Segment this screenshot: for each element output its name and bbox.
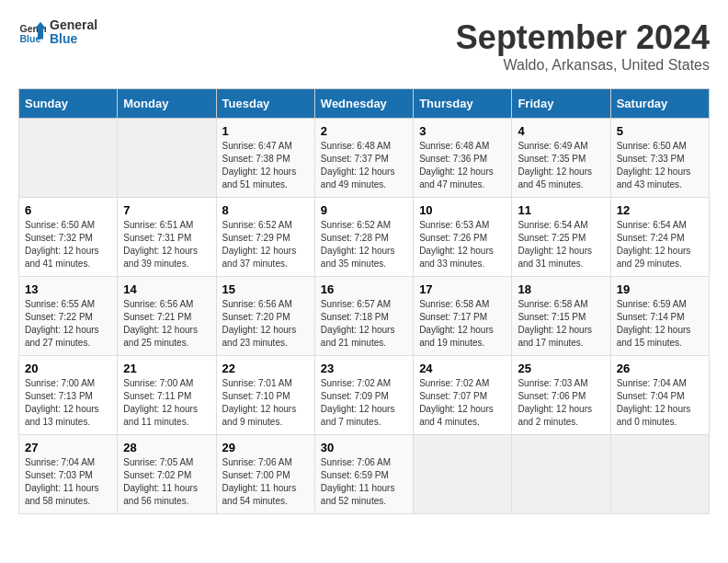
day-info: Sunrise: 7:05 AM Sunset: 7:02 PM Dayligh… xyxy=(123,456,210,508)
table-cell: 4 Sunrise: 6:49 AM Sunset: 7:35 PM Dayli… xyxy=(512,119,610,198)
header-friday: Friday xyxy=(512,89,610,119)
day-info: Sunrise: 7:06 AM Sunset: 7:00 PM Dayligh… xyxy=(222,456,309,508)
day-number: 22 xyxy=(222,362,309,375)
calendar-table: Sunday Monday Tuesday Wednesday Thursday… xyxy=(18,88,710,514)
day-info: Sunrise: 6:47 AM Sunset: 7:38 PM Dayligh… xyxy=(222,140,309,191)
header-saturday: Saturday xyxy=(610,89,709,119)
table-cell: 16 Sunrise: 6:57 AM Sunset: 7:18 PM Dayl… xyxy=(314,277,413,356)
table-cell xyxy=(610,435,709,514)
day-number: 20 xyxy=(25,362,111,375)
table-cell: 8 Sunrise: 6:52 AM Sunset: 7:29 PM Dayli… xyxy=(216,198,314,277)
table-cell: 13 Sunrise: 6:55 AM Sunset: 7:22 PM Dayl… xyxy=(19,277,118,356)
calendar-row: 27 Sunrise: 7:04 AM Sunset: 7:03 PM Dayl… xyxy=(19,435,710,514)
day-info: Sunrise: 7:04 AM Sunset: 7:04 PM Dayligh… xyxy=(617,377,703,429)
title-section: September 2024 Waldo, Arkansas, United S… xyxy=(456,18,710,74)
day-info: Sunrise: 6:57 AM Sunset: 7:18 PM Dayligh… xyxy=(321,298,407,350)
day-info: Sunrise: 6:48 AM Sunset: 7:36 PM Dayligh… xyxy=(419,140,506,191)
table-cell: 26 Sunrise: 7:04 AM Sunset: 7:04 PM Dayl… xyxy=(610,356,709,435)
day-number: 15 xyxy=(222,282,309,296)
table-cell xyxy=(118,119,216,198)
table-cell: 17 Sunrise: 6:58 AM Sunset: 7:17 PM Dayl… xyxy=(414,277,512,356)
logo-icon: General Blue xyxy=(18,18,46,46)
day-number: 25 xyxy=(518,362,604,375)
table-cell: 18 Sunrise: 6:58 AM Sunset: 7:15 PM Dayl… xyxy=(512,277,610,356)
day-info: Sunrise: 7:01 AM Sunset: 7:10 PM Dayligh… xyxy=(222,377,309,429)
day-number: 23 xyxy=(321,362,407,375)
day-number: 24 xyxy=(419,362,506,375)
day-number: 8 xyxy=(222,203,309,217)
table-cell: 23 Sunrise: 7:02 AM Sunset: 7:09 PM Dayl… xyxy=(314,356,413,435)
day-number: 13 xyxy=(25,282,111,296)
header: General Blue General Blue September 2024… xyxy=(18,18,710,74)
day-number: 19 xyxy=(617,282,703,296)
table-cell: 20 Sunrise: 7:00 AM Sunset: 7:13 PM Dayl… xyxy=(19,356,118,435)
header-wednesday: Wednesday xyxy=(314,89,413,119)
table-cell: 30 Sunrise: 7:06 AM Sunset: 6:59 PM Dayl… xyxy=(314,435,413,514)
table-cell: 21 Sunrise: 7:00 AM Sunset: 7:11 PM Dayl… xyxy=(118,356,216,435)
day-info: Sunrise: 6:54 AM Sunset: 7:24 PM Dayligh… xyxy=(617,219,703,270)
header-monday: Monday xyxy=(118,89,216,119)
day-info: Sunrise: 6:56 AM Sunset: 7:20 PM Dayligh… xyxy=(222,298,309,350)
table-cell: 29 Sunrise: 7:06 AM Sunset: 7:00 PM Dayl… xyxy=(216,435,314,514)
day-number: 28 xyxy=(123,441,210,454)
table-cell: 27 Sunrise: 7:04 AM Sunset: 7:03 PM Dayl… xyxy=(19,435,118,514)
table-cell: 2 Sunrise: 6:48 AM Sunset: 7:37 PM Dayli… xyxy=(314,119,413,198)
table-cell xyxy=(512,435,610,514)
calendar-header-row: Sunday Monday Tuesday Wednesday Thursday… xyxy=(19,89,710,119)
table-cell: 3 Sunrise: 6:48 AM Sunset: 7:36 PM Dayli… xyxy=(414,119,512,198)
table-cell: 10 Sunrise: 6:53 AM Sunset: 7:26 PM Dayl… xyxy=(414,198,512,277)
page-container: General Blue General Blue September 2024… xyxy=(18,18,710,514)
table-cell: 25 Sunrise: 7:03 AM Sunset: 7:06 PM Dayl… xyxy=(512,356,610,435)
day-number: 18 xyxy=(518,282,604,296)
day-info: Sunrise: 6:49 AM Sunset: 7:35 PM Dayligh… xyxy=(518,140,604,191)
table-cell: 6 Sunrise: 6:50 AM Sunset: 7:32 PM Dayli… xyxy=(19,198,118,277)
day-number: 7 xyxy=(123,203,210,217)
day-number: 12 xyxy=(617,203,703,217)
day-info: Sunrise: 6:58 AM Sunset: 7:15 PM Dayligh… xyxy=(518,298,604,350)
day-info: Sunrise: 6:56 AM Sunset: 7:21 PM Dayligh… xyxy=(123,298,210,350)
day-number: 27 xyxy=(25,441,111,454)
header-tuesday: Tuesday xyxy=(216,89,314,119)
day-info: Sunrise: 7:00 AM Sunset: 7:11 PM Dayligh… xyxy=(123,377,210,429)
table-cell: 5 Sunrise: 6:50 AM Sunset: 7:33 PM Dayli… xyxy=(610,119,709,198)
table-cell: 9 Sunrise: 6:52 AM Sunset: 7:28 PM Dayli… xyxy=(314,198,413,277)
day-number: 4 xyxy=(518,124,604,138)
day-info: Sunrise: 6:50 AM Sunset: 7:33 PM Dayligh… xyxy=(617,140,703,191)
table-cell: 7 Sunrise: 6:51 AM Sunset: 7:31 PM Dayli… xyxy=(118,198,216,277)
day-number: 26 xyxy=(617,362,703,375)
table-cell: 19 Sunrise: 6:59 AM Sunset: 7:14 PM Dayl… xyxy=(610,277,709,356)
calendar-row: 20 Sunrise: 7:00 AM Sunset: 7:13 PM Dayl… xyxy=(19,356,710,435)
day-number: 16 xyxy=(321,282,407,296)
svg-text:Blue: Blue xyxy=(20,34,41,45)
day-number: 1 xyxy=(222,124,309,138)
day-info: Sunrise: 6:52 AM Sunset: 7:29 PM Dayligh… xyxy=(222,219,309,270)
day-info: Sunrise: 6:52 AM Sunset: 7:28 PM Dayligh… xyxy=(321,219,407,270)
day-info: Sunrise: 7:02 AM Sunset: 7:09 PM Dayligh… xyxy=(321,377,407,429)
day-info: Sunrise: 6:59 AM Sunset: 7:14 PM Dayligh… xyxy=(617,298,703,350)
calendar-row: 13 Sunrise: 6:55 AM Sunset: 7:22 PM Dayl… xyxy=(19,277,710,356)
day-info: Sunrise: 7:06 AM Sunset: 6:59 PM Dayligh… xyxy=(321,456,407,508)
table-cell: 22 Sunrise: 7:01 AM Sunset: 7:10 PM Dayl… xyxy=(216,356,314,435)
day-number: 30 xyxy=(321,441,407,454)
day-info: Sunrise: 7:00 AM Sunset: 7:13 PM Dayligh… xyxy=(25,377,111,429)
day-info: Sunrise: 6:54 AM Sunset: 7:25 PM Dayligh… xyxy=(518,219,604,270)
table-cell: 14 Sunrise: 6:56 AM Sunset: 7:21 PM Dayl… xyxy=(118,277,216,356)
day-number: 21 xyxy=(123,362,210,375)
day-info: Sunrise: 6:55 AM Sunset: 7:22 PM Dayligh… xyxy=(25,298,111,350)
day-info: Sunrise: 6:48 AM Sunset: 7:37 PM Dayligh… xyxy=(321,140,407,191)
table-cell xyxy=(414,435,512,514)
day-info: Sunrise: 6:50 AM Sunset: 7:32 PM Dayligh… xyxy=(25,219,111,270)
day-number: 14 xyxy=(123,282,210,296)
day-number: 9 xyxy=(321,203,407,217)
table-cell xyxy=(19,119,118,198)
day-info: Sunrise: 6:51 AM Sunset: 7:31 PM Dayligh… xyxy=(123,219,210,270)
day-number: 17 xyxy=(419,282,506,296)
logo-text: General Blue xyxy=(50,18,97,47)
calendar-row: 6 Sunrise: 6:50 AM Sunset: 7:32 PM Dayli… xyxy=(19,198,710,277)
day-info: Sunrise: 6:58 AM Sunset: 7:17 PM Dayligh… xyxy=(419,298,506,350)
header-thursday: Thursday xyxy=(414,89,512,119)
table-cell: 28 Sunrise: 7:05 AM Sunset: 7:02 PM Dayl… xyxy=(118,435,216,514)
header-sunday: Sunday xyxy=(19,89,118,119)
day-number: 3 xyxy=(419,124,506,138)
day-number: 6 xyxy=(25,203,111,217)
